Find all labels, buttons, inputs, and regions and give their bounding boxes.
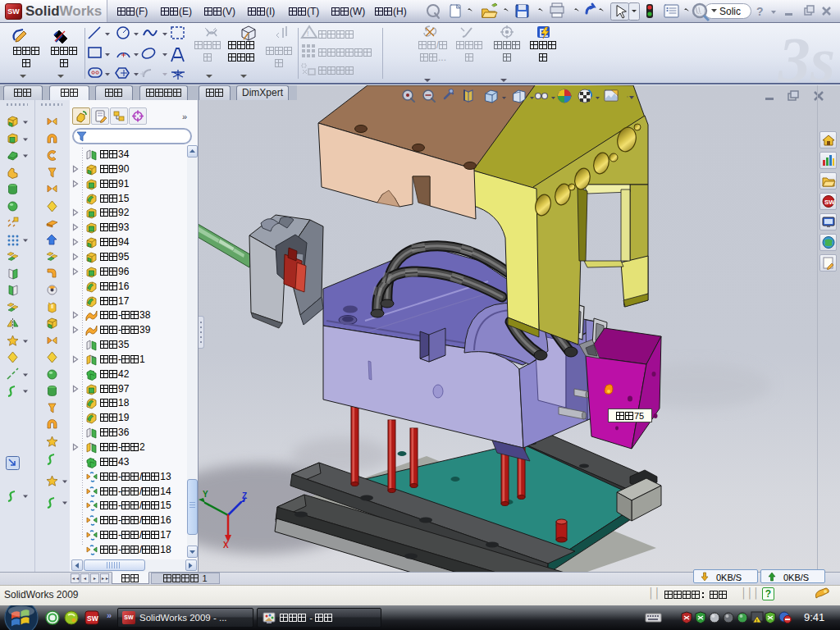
svg-text:Solic: Solic [719, 6, 741, 17]
svg-text:SW: SW [824, 199, 835, 206]
svg-text:SW: SW [87, 614, 99, 623]
svg-text:X: X [223, 541, 229, 550]
svg-text:Y: Y [203, 490, 208, 499]
svg-text:?: ? [756, 5, 764, 18]
svg-text:!: ! [307, 30, 309, 38]
svg-text:Z: Z [242, 491, 247, 500]
svg-text:»: » [107, 610, 112, 620]
svg-text:!: ! [756, 619, 758, 623]
